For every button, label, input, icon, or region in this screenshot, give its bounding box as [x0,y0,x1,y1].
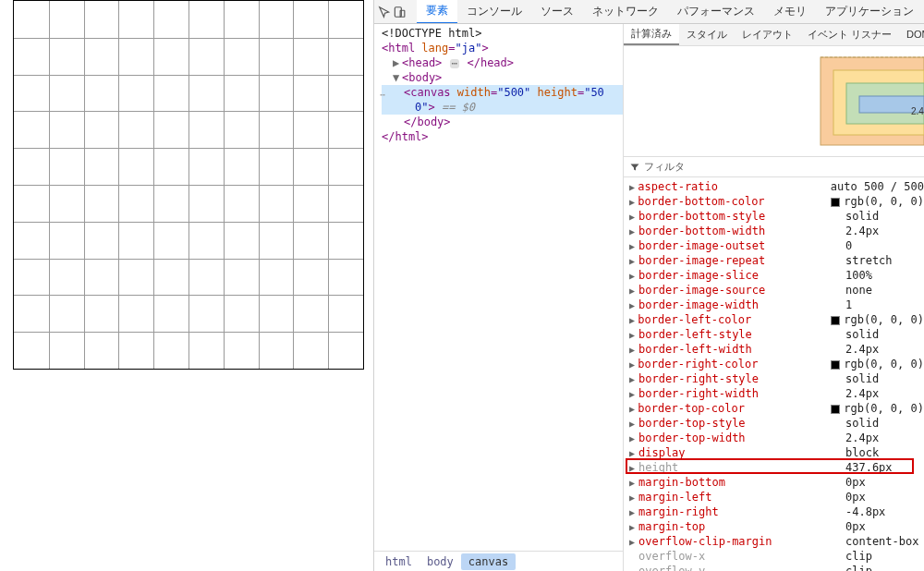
styles-panel: 計算済みスタイルレイアウトイベント リスナーDOM ブ 2.4 フィルタ ▶as… [624,24,924,571]
styles-tab-4[interactable]: DOM ブ [899,24,924,45]
device-toggle-icon[interactable] [393,2,406,22]
computed-row-display[interactable]: ▶displayblock [624,445,924,460]
computed-row-overflow-y[interactable]: overflow-yclip [624,564,924,571]
svg-text:2.4: 2.4 [911,106,924,116]
computed-row-border-right-color[interactable]: ▶border-right-colorrgb(0, 0, 0) [624,357,924,371]
styles-tab-2[interactable]: レイアウト [735,24,800,45]
computed-row-overflow-x[interactable]: overflow-xclip [624,549,924,564]
devtools-panel: 要素コンソールソースネットワークパフォーマンスメモリアプリケーションセキュリティ… [373,0,924,571]
computed-row-border-top-color[interactable]: ▶border-top-colorrgb(0, 0, 0) [624,401,924,416]
computed-row-border-image-outset[interactable]: ▶border-image-outset0 [624,238,924,253]
computed-properties[interactable]: ▶aspect-ratioauto 500 / 500▶border-botto… [624,177,924,571]
page-canvas [13,0,364,370]
computed-row-height[interactable]: ▶height437.6px [624,460,924,475]
elements-tree[interactable]: <!DOCTYPE html> <html lang="ja"> ▶<head>… [374,24,624,571]
filter-icon [629,162,640,173]
computed-row-border-image-width[interactable]: ▶border-image-width1 [624,298,924,312]
computed-row-border-top-style[interactable]: ▶border-top-stylesolid [624,416,924,431]
computed-row-margin-right[interactable]: ▶margin-right-4.8px [624,504,924,519]
breadcrumb-body[interactable]: body [419,553,461,570]
devtools-tab-4[interactable]: パフォーマンス [668,0,764,24]
body-close: </body> [404,115,451,128]
inspect-icon[interactable] [378,2,391,22]
filter-input[interactable]: フィルタ [624,157,924,177]
computed-row-overflow-clip-margin[interactable]: ▶overflow-clip-margincontent-box [624,534,924,549]
computed-row-margin-left[interactable]: ▶margin-left0px [624,490,924,504]
doctype-node: <!DOCTYPE html> [382,27,481,40]
devtools-tab-6[interactable]: アプリケーション [816,0,923,24]
computed-row-border-bottom-color[interactable]: ▶border-bottom-colorrgb(0, 0, 0) [624,194,924,209]
devtools-tab-5[interactable]: メモリ [764,0,816,24]
devtools-tab-3[interactable]: ネットワーク [583,0,668,24]
computed-row-border-top-width[interactable]: ▶border-top-width2.4px [624,431,924,445]
styles-subtabs: 計算済みスタイルレイアウトイベント リスナーDOM ブ [624,24,924,46]
breadcrumb: htmlbodycanvas [374,551,624,571]
computed-row-border-bottom-style[interactable]: ▶border-bottom-stylesolid [624,209,924,224]
selected-canvas-node[interactable]: ⋯ <canvas width="500" height="50 [382,85,623,100]
styles-tab-3[interactable]: イベント リスナー [800,24,899,45]
computed-row-border-image-slice[interactable]: ▶border-image-slice100% [624,268,924,283]
computed-row-aspect-ratio[interactable]: ▶aspect-ratioauto 500 / 500 [624,179,924,194]
box-model-diagram: 2.4 [624,46,924,157]
computed-row-border-left-width[interactable]: ▶border-left-width2.4px [624,342,924,357]
computed-row-margin-top[interactable]: ▶margin-top0px [624,519,924,534]
computed-row-margin-bottom[interactable]: ▶margin-bottom0px [624,475,924,490]
styles-tab-1[interactable]: スタイル [679,24,735,45]
computed-row-border-right-width[interactable]: ▶border-right-width2.4px [624,386,924,401]
devtools-tab-1[interactable]: コンソール [457,0,531,24]
devtools-tab-2[interactable]: ソース [531,0,583,24]
devtools-tab-0[interactable]: 要素 [417,0,457,24]
computed-row-border-image-repeat[interactable]: ▶border-image-repeatstretch [624,253,924,268]
computed-row-border-image-source[interactable]: ▶border-image-sourcenone [624,283,924,298]
computed-row-border-left-style[interactable]: ▶border-left-stylesolid [624,327,924,342]
computed-row-border-right-style[interactable]: ▶border-right-stylesolid [624,371,924,386]
computed-row-border-bottom-width[interactable]: ▶border-bottom-width2.4px [624,224,924,238]
devtools-toolbar: 要素コンソールソースネットワークパフォーマンスメモリアプリケーションセキュリティ [374,0,924,24]
styles-tab-0[interactable]: 計算済み [624,24,679,45]
breadcrumb-html[interactable]: html [378,553,419,570]
breadcrumb-canvas[interactable]: canvas [461,553,516,570]
computed-row-border-left-color[interactable]: ▶border-left-colorrgb(0, 0, 0) [624,312,924,327]
html-close: </html> [382,130,429,143]
